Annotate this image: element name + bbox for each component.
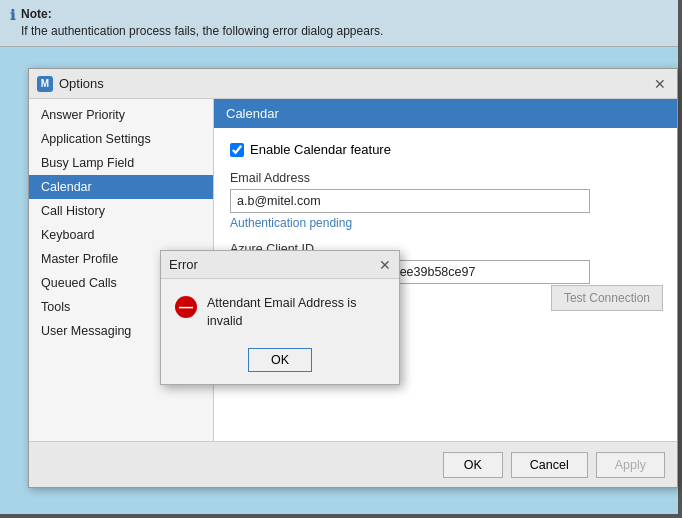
error-dialog: Error ✕ — Attendant Email Address is inv…	[160, 250, 400, 385]
note-content: If the authentication process fails, the…	[21, 24, 383, 38]
error-titlebar: Error ✕	[161, 251, 399, 279]
note-label: Note:	[21, 7, 52, 21]
options-title: Options	[59, 76, 104, 91]
options-footer: OK Cancel Apply	[29, 441, 677, 487]
error-title: Error	[169, 257, 198, 272]
email-address-input[interactable]	[230, 189, 590, 213]
error-footer: OK	[161, 340, 399, 384]
sidebar-item-application-settings[interactable]: Application Settings	[29, 127, 213, 151]
window-chrome-bottom	[0, 514, 682, 518]
enable-calendar-checkbox[interactable]	[230, 143, 244, 157]
email-address-group: Email Address Authentication pending	[230, 171, 661, 230]
options-logo-icon: M	[37, 76, 53, 92]
titlebar-left: M Options	[37, 76, 104, 92]
note-text: Note: If the authentication process fail…	[21, 6, 383, 40]
sidebar-item-call-history[interactable]: Call History	[29, 199, 213, 223]
info-icon: ℹ	[10, 7, 15, 23]
cancel-button[interactable]: Cancel	[511, 452, 588, 478]
options-titlebar: M Options ✕	[29, 69, 677, 99]
note-bar: ℹ Note: If the authentication process fa…	[0, 0, 682, 47]
error-close-button[interactable]: ✕	[379, 257, 391, 273]
apply-button[interactable]: Apply	[596, 452, 665, 478]
section-header: Calendar	[214, 99, 677, 128]
enable-calendar-label: Enable Calendar feature	[250, 142, 391, 157]
email-address-label: Email Address	[230, 171, 661, 185]
error-ok-button[interactable]: OK	[248, 348, 312, 372]
test-connection-button[interactable]: Test Connection	[551, 285, 663, 311]
sidebar-item-busy-lamp-field[interactable]: Busy Lamp Field	[29, 151, 213, 175]
window-chrome-right	[678, 0, 682, 518]
error-icon: —	[175, 296, 197, 318]
sidebar-item-answer-priority[interactable]: Answer Priority	[29, 103, 213, 127]
error-message: Attendant Email Address is invalid	[207, 295, 385, 330]
options-close-button[interactable]: ✕	[651, 75, 669, 93]
error-body: — Attendant Email Address is invalid	[161, 279, 399, 340]
ok-button[interactable]: OK	[443, 452, 503, 478]
sidebar-item-keyboard[interactable]: Keyboard	[29, 223, 213, 247]
enable-calendar-row: Enable Calendar feature	[230, 142, 661, 157]
sidebar-item-calendar[interactable]: Calendar	[29, 175, 213, 199]
auth-pending-text: Authentication pending	[230, 216, 661, 230]
